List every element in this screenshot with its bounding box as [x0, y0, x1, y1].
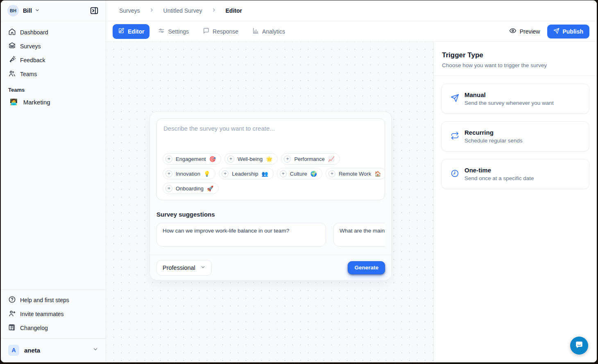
top-bar: Surveys Untitled Survey Editor [106, 0, 597, 21]
pencil-square-icon [118, 27, 125, 35]
sidebar-item-changelog[interactable]: Changelog [6, 321, 101, 335]
users-icon [8, 70, 16, 79]
sidebar-nav: Dashboard Surveys Feedback Teams [1, 21, 106, 81]
preview-button[interactable]: Preview [509, 27, 540, 36]
composer-footer: Professional Generate [150, 255, 392, 280]
chip-leadership[interactable]: +Leadership👥 [219, 168, 274, 179]
toolbar-actions: Preview Publish [509, 25, 589, 38]
chip-label: Onboarding [176, 185, 204, 192]
chat-widget-button[interactable] [570, 337, 588, 355]
chevron-down-icon [35, 7, 40, 14]
sidebar-footer: Help and first steps Invite teammates Ch… [1, 289, 106, 338]
chip-performance[interactable]: +Performance📈 [281, 153, 340, 165]
sidebar-account-section: A aneta [1, 338, 106, 362]
plus-icon: + [222, 170, 229, 177]
plus-icon: + [328, 170, 335, 177]
trigger-option-manual[interactable]: Manual Send the survey whenever you want [441, 84, 589, 114]
tab-label: Analytics [262, 28, 285, 35]
tab-settings[interactable]: Settings [153, 24, 194, 39]
sidebar-spacer [1, 109, 106, 289]
home-icon [8, 28, 16, 37]
chip-label: Leadership [232, 171, 258, 177]
eye-icon [509, 27, 516, 36]
sidebar-item-label: Teams [20, 71, 37, 77]
chip-culture[interactable]: +Culture🌍 [277, 168, 322, 179]
technologist-emoji: 🧑‍💻 [10, 98, 18, 106]
tab-label: Response [213, 28, 238, 35]
trigger-title: Manual [464, 91, 554, 98]
chip-well-being[interactable]: +Well-being🌟 [224, 153, 278, 165]
tone-select[interactable]: Professional [156, 260, 212, 276]
tab-response[interactable]: Response [197, 24, 244, 39]
sidebar-item-surveys[interactable]: Surveys [6, 39, 101, 53]
chevron-right-icon [149, 7, 154, 14]
trigger-title: Recurring [464, 129, 523, 136]
chip-onboarding[interactable]: +Onboarding🚀 [163, 183, 219, 194]
chip-remote-work[interactable]: +Remote Work🏠 [326, 168, 385, 179]
survey-composer-card: +Engagement🎯 +Well-being🌟 +Performance📈 … [150, 111, 392, 280]
publish-button[interactable]: Publish [547, 25, 589, 38]
sidebar-item-label: Invite teammates [20, 311, 64, 317]
sidebar-item-dashboard[interactable]: Dashboard [6, 25, 101, 39]
chart-emoji: 📈 [328, 156, 335, 162]
trigger-option-one-time[interactable]: One-time Send once at a specific date [441, 159, 589, 189]
chip-label: Performance [294, 156, 324, 162]
breadcrumb-surveys[interactable]: Surveys [119, 7, 140, 14]
user-plus-icon [8, 310, 16, 319]
workspace-switcher[interactable]: Bill [23, 7, 40, 14]
editor-canvas[interactable]: +Engagement🎯 +Well-being🌟 +Performance📈 … [106, 42, 433, 362]
sidebar-teams-header: Teams [1, 81, 106, 95]
sidebar-item-feedback[interactable]: Feedback [6, 53, 101, 67]
sidebar-header: BH Bill [1, 0, 106, 21]
trigger-title: One-time [464, 167, 534, 174]
chip-label: Well-being [238, 156, 263, 162]
team-label: Marketing [23, 99, 50, 106]
sidebar-item-label: Dashboard [20, 29, 48, 36]
globe-emoji: 🌍 [310, 171, 317, 177]
generate-button[interactable]: Generate [348, 261, 385, 274]
workspace-name: Bill [23, 7, 32, 14]
dart-emoji: 🎯 [209, 156, 216, 162]
send-icon [553, 28, 559, 35]
sidebar-item-teams[interactable]: Teams [6, 67, 101, 81]
repeat-icon [451, 131, 459, 142]
tab-editor[interactable]: Editor [113, 24, 150, 39]
trigger-description: Send once at a specific date [464, 175, 534, 181]
survey-description-input[interactable] [157, 119, 385, 153]
panel-subtitle: Choose how you want to trigger the surve… [442, 62, 589, 68]
plus-icon: + [165, 156, 172, 163]
tab-label: Editor [128, 28, 144, 35]
sidebar-collapse-button[interactable] [88, 5, 100, 16]
sidebar-team-marketing[interactable]: 🧑‍💻 Marketing [6, 95, 101, 109]
trigger-options: Manual Send the survey whenever you want… [434, 76, 597, 197]
chip-engagement[interactable]: +Engagement🎯 [163, 153, 221, 165]
newspaper-icon [8, 323, 16, 332]
chip-label: Remote Work [339, 171, 371, 177]
layers-icon [8, 42, 16, 51]
tab-label: Settings [168, 28, 189, 35]
sidebar-item-help[interactable]: Help and first steps [6, 293, 101, 307]
trigger-type-panel: Trigger Type Choose how you want to trig… [433, 42, 597, 362]
tab-analytics[interactable]: Analytics [247, 24, 290, 39]
account-menu[interactable]: A aneta [6, 342, 101, 358]
message-square-icon [203, 27, 209, 35]
suggestion-card[interactable]: What are the main ob [333, 223, 385, 246]
account-name: aneta [24, 347, 40, 354]
breadcrumb-editor: Editor [226, 7, 242, 14]
suggestion-card[interactable]: How can we improve work-life balance in … [156, 223, 326, 246]
workspace-avatar: BH [7, 5, 19, 16]
suggestions-title: Survey suggestions [156, 211, 385, 218]
plus-icon: + [284, 156, 291, 163]
chevron-down-icon [200, 265, 206, 271]
trigger-option-recurring[interactable]: Recurring Schedule regular sends [441, 121, 589, 151]
send-icon [451, 94, 459, 104]
sidebar-item-invite[interactable]: Invite teammates [6, 307, 101, 321]
preview-label: Preview [520, 28, 540, 35]
breadcrumb-untitled-survey[interactable]: Untitled Survey [163, 7, 202, 14]
megaphone-icon [8, 56, 16, 65]
suggestions-row: How can we improve work-life balance in … [156, 223, 385, 246]
chip-innovation[interactable]: +Innovation💡 [163, 168, 215, 179]
sidebar-item-label: Surveys [20, 43, 41, 50]
chip-label: Culture [290, 171, 307, 177]
sidebar-item-label: Feedback [20, 57, 45, 63]
